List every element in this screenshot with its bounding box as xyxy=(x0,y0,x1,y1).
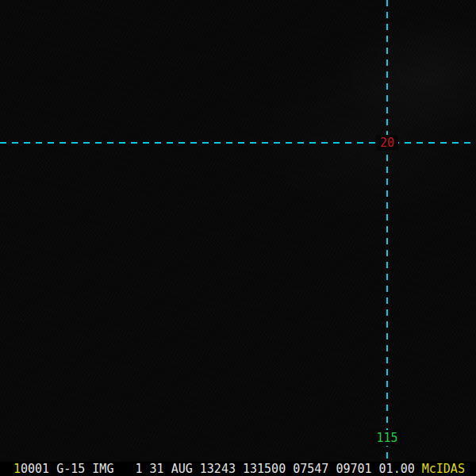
cursor-value-label: 20 xyxy=(376,135,398,151)
image-info-text: 0001 G-15 IMG 1 31 AUG 13243 131500 0754… xyxy=(21,462,415,476)
mcidas-image-window: 20 115 10001 G-15 IMG 1 31 AUG 13243 131… xyxy=(0,0,476,476)
satellite-image-canvas[interactable]: 20 115 xyxy=(0,0,476,462)
cursor-crosshair-horizontal-line xyxy=(0,142,476,144)
mcidas-brand-label: McIDAS xyxy=(415,462,465,476)
frame-number: 1 xyxy=(13,462,21,476)
status-bar: 10001 G-15 IMG 1 31 AUG 13243 131500 075… xyxy=(0,462,476,476)
cursor-crosshair-vertical-line xyxy=(386,0,388,462)
coordinate-label: 115 xyxy=(373,430,401,446)
